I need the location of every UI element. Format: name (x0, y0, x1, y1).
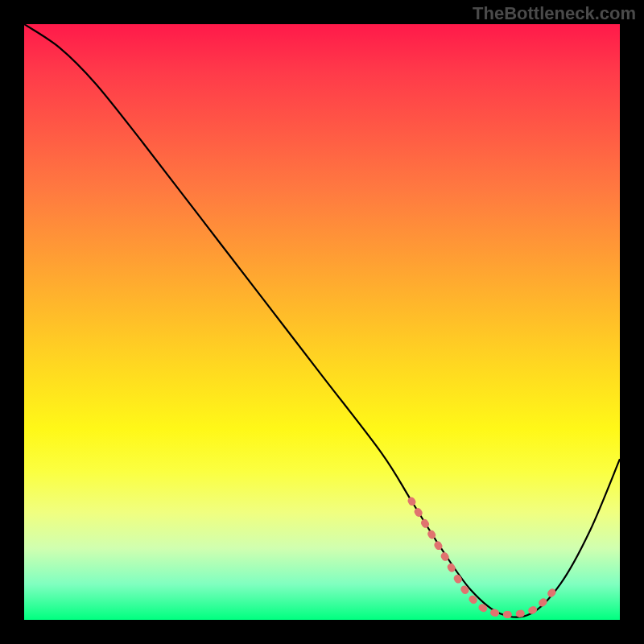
highlight-segment (411, 501, 555, 615)
watermark-text: TheBottleneck.com (473, 3, 636, 24)
main-curve (24, 24, 620, 617)
chart-svg (24, 24, 620, 620)
plot-area (24, 24, 620, 620)
